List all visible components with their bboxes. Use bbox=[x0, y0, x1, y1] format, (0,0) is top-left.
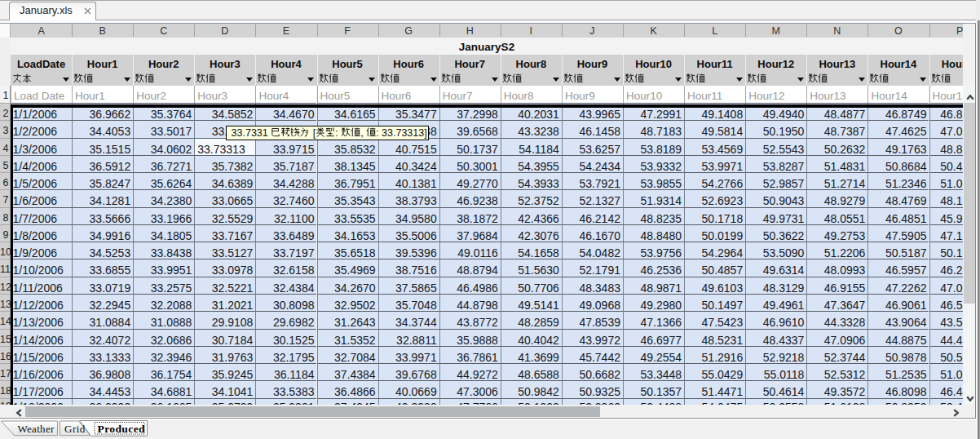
svg-text:Weather: Weather bbox=[18, 422, 55, 434]
svg-text:Produced: Produced bbox=[98, 422, 146, 434]
svg-text:Grid: Grid bbox=[64, 422, 86, 434]
